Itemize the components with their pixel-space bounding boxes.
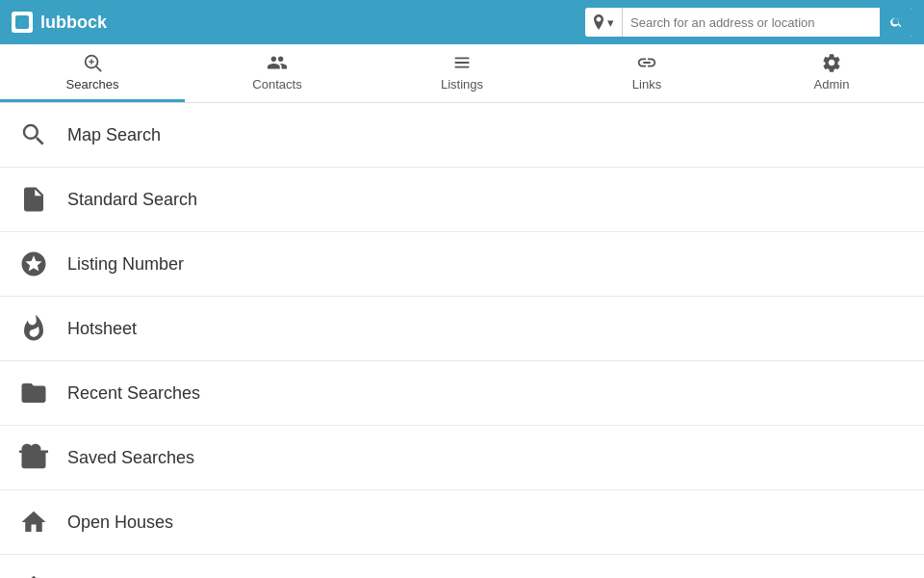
listing-number-icon [19, 250, 48, 278]
tab-listings-label: Listings [441, 77, 483, 92]
search-bar: ▾ [585, 8, 912, 37]
open-houses-label: Open Houses [67, 512, 173, 533]
open-houses-icon [19, 508, 48, 537]
standard-search-icon [19, 185, 48, 214]
nav-tabs: Searches Contacts Listings Links Admin [0, 44, 924, 103]
search-button[interactable] [880, 8, 912, 37]
logo-icon [12, 12, 33, 33]
location-selector[interactable]: ▾ [585, 8, 623, 37]
tab-contacts[interactable]: Contacts [185, 44, 370, 102]
tab-links-label: Links [632, 77, 661, 92]
broker-tours-icon [19, 572, 48, 578]
tab-links[interactable]: Links [554, 44, 739, 102]
location-dropdown-arrow: ▾ [607, 15, 614, 30]
recent-searches-icon [19, 379, 48, 407]
svg-line-2 [96, 66, 101, 71]
tab-searches[interactable]: Searches [0, 44, 185, 102]
recent-searches-label: Recent Searches [67, 383, 200, 404]
search-input[interactable] [623, 15, 880, 30]
menu-item-map-search[interactable]: Map Search [0, 103, 924, 168]
tab-searches-label: Searches [66, 77, 119, 92]
map-search-label: Map Search [67, 125, 161, 145]
menu-item-recent-searches[interactable]: Recent Searches [0, 361, 924, 426]
menu-item-broker-tours[interactable]: Broker Tours [0, 555, 924, 578]
listing-number-label: Listing Number [67, 254, 184, 275]
standard-search-label: Standard Search [67, 190, 197, 210]
tab-admin-label: Admin [814, 77, 850, 92]
menu-item-hotsheet[interactable]: Hotsheet [0, 297, 924, 361]
menu-item-open-houses[interactable]: Open Houses [0, 490, 924, 555]
svg-rect-0 [15, 15, 29, 29]
logo-text: lubbock [40, 13, 107, 33]
logo[interactable]: lubbock [12, 12, 107, 33]
hotsheet-label: Hotsheet [67, 319, 137, 339]
menu-item-listing-number[interactable]: Listing Number [0, 232, 924, 297]
map-search-icon [19, 120, 48, 149]
menu-item-standard-search[interactable]: Standard Search [0, 168, 924, 232]
tab-admin[interactable]: Admin [739, 44, 924, 102]
tab-listings[interactable]: Listings [370, 44, 554, 102]
menu-item-saved-searches[interactable]: Saved Searches [0, 426, 924, 490]
saved-searches-label: Saved Searches [67, 448, 194, 468]
app-header: lubbock ▾ [0, 0, 924, 44]
hotsheet-icon [19, 314, 48, 343]
menu-list: Map Search Standard Search Listing Numbe… [0, 103, 924, 578]
saved-searches-icon [19, 443, 48, 472]
tab-contacts-label: Contacts [252, 77, 301, 92]
